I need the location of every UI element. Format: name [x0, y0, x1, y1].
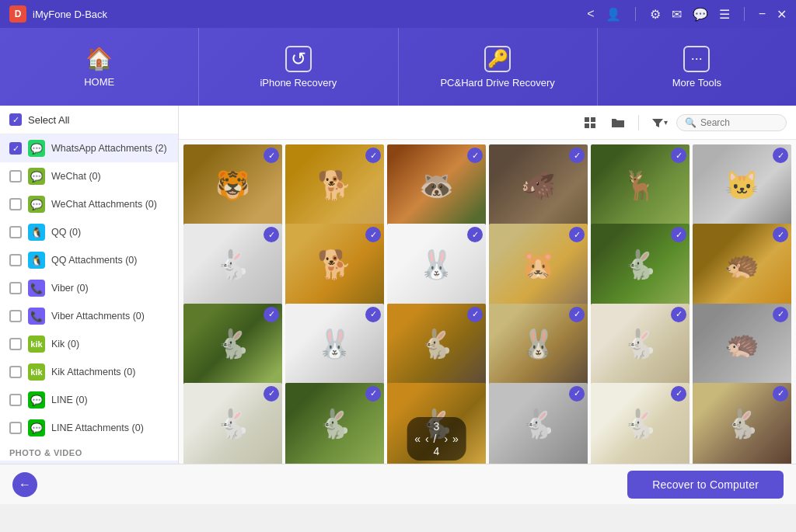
kik-checkbox[interactable]	[9, 338, 22, 350]
viber-att-checkbox[interactable]	[9, 310, 22, 322]
prev-button[interactable]: ‹	[425, 433, 429, 445]
sidebar-item-line-att[interactable]: 💬 LINE Attachments (0)	[0, 414, 178, 442]
sidebar-item-wechat-att[interactable]: 💬 WeChat Attachments (0)	[0, 190, 178, 218]
kik-att-label: Kik Attachments (0)	[51, 367, 135, 377]
whatsapp-checkbox[interactable]: ✓	[9, 142, 22, 155]
photo-cell[interactable]: 🐱✓	[693, 144, 791, 227]
photo-check-badge[interactable]: ✓	[671, 148, 686, 163]
search-box[interactable]: 🔍	[676, 114, 787, 131]
photo-cell[interactable]: 🐇✓	[591, 224, 690, 306]
photo-check-badge[interactable]: ✓	[773, 148, 788, 163]
search-icon: 🔍	[685, 117, 696, 128]
sidebar-item-wechat[interactable]: 💬 WeChat (0)	[0, 162, 178, 190]
nav-more-tools[interactable]: ··· More Tools	[598, 28, 796, 106]
photo-check-badge[interactable]: ✓	[569, 148, 585, 163]
sidebar-item-photos[interactable]: ✓ 🖼️ Photos (83)	[0, 461, 178, 464]
sidebar-item-qq[interactable]: 🐧 QQ (0)	[0, 218, 178, 246]
kik-att-checkbox[interactable]	[9, 366, 22, 378]
photo-check-badge[interactable]: ✓	[773, 386, 788, 402]
photo-cell[interactable]: 🐇✓	[387, 304, 486, 386]
qq-checkbox[interactable]	[9, 226, 22, 238]
bottom-bar: ← Recover to Computer	[0, 464, 796, 504]
sidebar-item-whatsapp[interactable]: ✓ 💬 WhatsApp Attachments (2)	[0, 134, 178, 162]
photo-cell[interactable]: 🐇✓	[591, 383, 690, 464]
wechat-icon: 💬	[28, 168, 45, 185]
next-page-button[interactable]: »	[452, 433, 459, 445]
mail-icon[interactable]: ✉	[672, 7, 682, 22]
sidebar-item-line[interactable]: 💬 LINE (0)	[0, 386, 178, 414]
select-all-checkbox[interactable]: ✓	[9, 113, 22, 126]
nav-home-label: HOME	[84, 76, 114, 88]
nav-pc-recovery[interactable]: 🔑 PC&Hard Drive Recovery	[399, 28, 598, 106]
menu-icon[interactable]: ☰	[719, 7, 730, 22]
photo-check-badge[interactable]: ✓	[264, 386, 279, 402]
photo-cell[interactable]: 🐇✓	[285, 383, 384, 464]
photo-check-badge[interactable]: ✓	[365, 307, 381, 322]
toolbar: ▾ 🔍	[179, 106, 796, 140]
folder-view-button[interactable]	[607, 112, 629, 134]
photo-cell[interactable]: 🐇✓	[489, 383, 588, 464]
photo-cell[interactable]: 🐰✓	[489, 304, 588, 386]
next-button[interactable]: ›	[444, 433, 448, 445]
photo-check-badge[interactable]: ✓	[365, 148, 381, 163]
photo-cell[interactable]: 🐯✓	[183, 144, 282, 227]
chat-icon[interactable]: 💬	[693, 7, 708, 22]
photo-cell[interactable]: 🐰✓	[285, 304, 384, 386]
nav-iphone-recovery[interactable]: ↺ iPhone Recovery	[199, 28, 398, 106]
wechat-checkbox[interactable]	[9, 170, 22, 183]
share-icon[interactable]: <	[587, 7, 594, 21]
photo-cell[interactable]: 🐕✓	[285, 144, 384, 227]
photo-cell[interactable]: 🐰✓	[387, 224, 486, 306]
select-all-row[interactable]: ✓ Select All	[0, 106, 178, 134]
photo-cell[interactable]: 🐇«‹3 / 4›»	[387, 383, 486, 464]
prev-page-button[interactable]: «	[414, 433, 421, 445]
search-input[interactable]	[700, 117, 778, 128]
nav-home[interactable]: 🏠 HOME	[0, 28, 199, 106]
photo-cell[interactable]: 🐗✓	[489, 144, 588, 227]
photo-cell[interactable]: 🐇✓	[183, 383, 282, 464]
recover-button[interactable]: Recover to Computer	[627, 471, 784, 499]
sidebar-item-qq-att[interactable]: 🐧 QQ Attachments (0)	[0, 246, 178, 274]
photo-check-badge[interactable]: ✓	[671, 307, 686, 322]
viber-label: Viber (0)	[51, 283, 89, 294]
wechat-att-checkbox[interactable]	[9, 198, 22, 210]
viber-att-label: Viber Attachments (0)	[51, 311, 145, 322]
photo-check-badge[interactable]: ✓	[569, 386, 585, 402]
line-att-checkbox[interactable]	[9, 422, 22, 434]
minimize-icon[interactable]: −	[759, 7, 766, 21]
photo-check-badge[interactable]: ✓	[671, 386, 686, 402]
svg-rect-2	[585, 123, 589, 128]
settings-icon[interactable]: ⚙	[650, 7, 661, 22]
photo-cell[interactable]: 🐇✓	[693, 383, 791, 464]
close-icon[interactable]: ✕	[777, 7, 787, 22]
photo-check-badge[interactable]: ✓	[264, 307, 279, 322]
sidebar-item-kik-att[interactable]: kik Kik Attachments (0)	[0, 358, 178, 386]
user-icon[interactable]: 👤	[606, 7, 621, 22]
photo-cell[interactable]: 🦔✓	[693, 304, 791, 386]
photo-check-badge[interactable]: ✓	[569, 307, 585, 322]
viber-checkbox[interactable]	[9, 282, 22, 294]
photo-cell[interactable]: 🐇✓	[183, 304, 282, 386]
filter-button[interactable]: ▾	[648, 112, 670, 134]
photo-check-badge[interactable]: ✓	[264, 148, 279, 163]
kik-label: Kik (0)	[51, 339, 79, 349]
photo-check-badge[interactable]: ✓	[773, 307, 788, 322]
sidebar-item-viber-att[interactable]: 📞 Viber Attachments (0)	[0, 302, 178, 330]
sidebar-item-kik[interactable]: kik Kik (0)	[0, 330, 178, 358]
photo-check-badge[interactable]: ✓	[467, 307, 483, 322]
photo-cell[interactable]: 🦌✓	[591, 144, 690, 227]
grid-view-button[interactable]	[579, 112, 601, 134]
photo-check-badge[interactable]: ✓	[365, 386, 381, 402]
photo-cell[interactable]: 🐹✓	[489, 224, 588, 306]
qq-att-checkbox[interactable]	[9, 254, 22, 266]
photo-cell[interactable]: 🦝✓	[387, 144, 486, 227]
wechat-att-label: WeChat Attachments (0)	[51, 199, 157, 210]
photo-cell[interactable]: 🦔✓	[693, 224, 791, 306]
back-button[interactable]: ←	[12, 472, 37, 497]
sidebar-item-viber[interactable]: 📞 Viber (0)	[0, 274, 178, 302]
line-checkbox[interactable]	[9, 394, 22, 406]
photo-cell[interactable]: 🐇✓	[183, 224, 282, 306]
photo-cell[interactable]: 🐕✓	[285, 224, 384, 306]
photo-check-badge[interactable]: ✓	[467, 148, 483, 163]
photo-cell[interactable]: 🐇✓	[591, 304, 690, 386]
